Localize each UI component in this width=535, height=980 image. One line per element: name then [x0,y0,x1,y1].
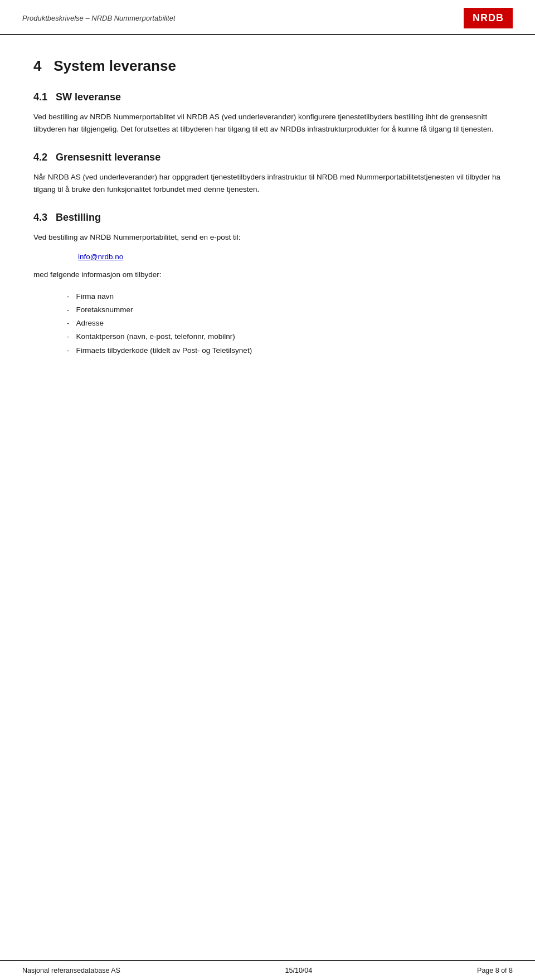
page-header: Produktbeskrivelse – NRDB Nummerportabil… [0,0,535,35]
list-item: - Adresse [67,317,502,330]
footer-page: Page 8 of 8 [477,967,513,974]
footer-date: 15/10/04 [285,967,313,974]
footer-company: Nasjonal referansedatabase AS [22,967,120,974]
section-4-2: 4.2 Grensesnitt leveranse Når NRDB AS (v… [33,152,502,195]
subsection-4-3-intro: Ved bestilling av NRDB Nummerportabilite… [33,231,502,244]
list-item: - Firma navn [67,290,502,303]
subsection-4-3-followup: med følgende informasjon om tilbyder: [33,269,502,281]
subsection-4-3-title: 4.3 Bestilling [33,212,502,224]
list-item: - Kontaktperson (navn, e-post, telefonnr… [67,330,502,343]
section-4-header: 4 System leveranse [33,57,502,75]
subsection-4-1-title: 4.1 SW leveranse [33,91,502,103]
page-footer: Nasjonal referansedatabase AS 15/10/04 P… [0,960,535,980]
list-item: - Firmaets tilbyderkode (tildelt av Post… [67,344,502,357]
subsection-4-1-body: Ved bestilling av NRDB Nummerportablitet… [33,111,502,135]
main-content: 4 System leveranse 4.1 SW leveranse Ved … [0,35,535,960]
list-item: - Foretaksnummer [67,303,502,317]
subsection-4-2-title: 4.2 Grensesnitt leveranse [33,152,502,163]
info-list: - Firma navn - Foretaksnummer - Adresse … [67,290,502,357]
nrdb-logo: NRDB [464,8,513,28]
section-4-3: 4.3 Bestilling Ved bestilling av NRDB Nu… [33,212,502,357]
email-link[interactable]: info@nrdb.no [78,253,502,261]
page-wrapper: Produktbeskrivelse – NRDB Nummerportabil… [0,0,535,980]
section-4-1: 4.1 SW leveranse Ved bestilling av NRDB … [33,91,502,135]
document-title: Produktbeskrivelse – NRDB Nummerportabil… [22,14,176,22]
subsection-4-2-body: Når NRDB AS (ved underleverandør) har op… [33,171,502,195]
section-4-title: 4 System leveranse [33,57,502,75]
